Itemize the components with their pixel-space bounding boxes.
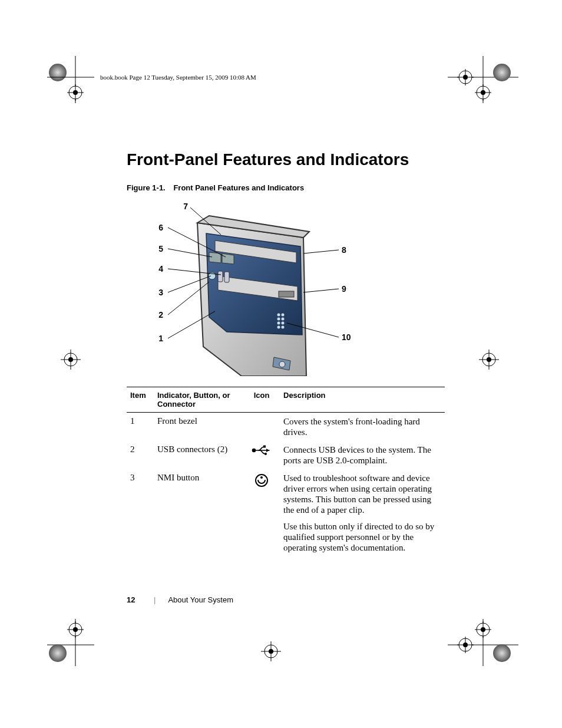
figure-illustration: 7 6 5 4 3 2 1 8 9 10 — [127, 199, 445, 376]
desc-para: Use this button only if directed to do s… — [283, 521, 440, 553]
svg-point-74 — [265, 453, 267, 455]
page-footer: 12 | About Your System — [127, 595, 233, 604]
table-row: 2 USB connectors (2) — [127, 441, 445, 469]
svg-point-56 — [277, 322, 280, 325]
cell-icon-none — [244, 413, 283, 442]
svg-point-52 — [277, 314, 280, 317]
svg-point-55 — [282, 318, 285, 321]
cell-indicator: Front bezel — [157, 413, 244, 442]
svg-rect-51 — [224, 272, 229, 282]
table-header-row: Item Indicator, Button, or Connector Ico… — [127, 387, 445, 413]
section-title: Front-Panel Features and Indicators — [127, 150, 445, 169]
svg-point-60 — [279, 361, 285, 367]
svg-point-76 — [260, 476, 263, 479]
desc-para: Connects USB devices to the system. The … — [283, 444, 440, 466]
usb-icon — [244, 441, 283, 469]
cell-item: 1 — [127, 413, 157, 442]
callout-8: 8 — [342, 245, 353, 255]
th-indicator: Indicator, Button, or Connector — [157, 387, 244, 413]
reg-mark-bottom-center — [259, 640, 283, 663]
cell-description: Covers the system's front-loading hard d… — [283, 413, 445, 442]
page: book.book Page 12 Tuesday, September 15,… — [0, 0, 562, 728]
reg-mark-mid-left — [59, 348, 82, 371]
svg-point-0 — [49, 64, 67, 81]
desc-para: Covers the system's front-loading hard d… — [283, 416, 440, 437]
print-header-slug: book.book Page 12 Tuesday, September 15,… — [100, 74, 256, 81]
cell-indicator: NMI button — [157, 469, 244, 556]
reg-mark-top-left — [47, 56, 94, 103]
nmi-icon — [244, 469, 283, 556]
cell-item: 2 — [127, 441, 157, 469]
figure-number: Figure 1-1. — [127, 183, 166, 192]
footer-section: About Your System — [168, 595, 233, 604]
svg-point-47 — [493, 644, 511, 662]
svg-point-17 — [493, 64, 511, 81]
svg-rect-73 — [263, 446, 266, 448]
svg-point-58 — [277, 326, 280, 329]
svg-rect-48 — [279, 291, 294, 297]
reg-mark-bottom-right — [448, 619, 518, 666]
svg-point-53 — [277, 318, 280, 321]
cell-indicator: USB connectors (2) — [157, 441, 244, 469]
figure-caption: Figure 1-1. Front Panel Features and Ind… — [127, 183, 445, 192]
cell-item: 3 — [127, 469, 157, 556]
page-number: 12 — [127, 595, 135, 604]
svg-point-57 — [282, 322, 285, 325]
callout-10: 10 — [342, 332, 353, 342]
svg-line-68 — [303, 250, 339, 253]
cell-description: Used to troubleshoot software and device… — [283, 469, 445, 556]
table-row: 3 NMI button Used to troubleshoot softwa… — [127, 469, 445, 556]
reg-mark-top-right — [448, 56, 518, 103]
callout-2: 2 — [151, 310, 163, 319]
features-table: Item Indicator, Button, or Connector Ico… — [127, 387, 445, 556]
callout-3: 3 — [151, 288, 163, 297]
svg-line-69 — [303, 289, 339, 292]
device-drawing — [127, 199, 445, 376]
svg-point-54 — [282, 314, 285, 317]
desc-para: Used to troubleshoot software and device… — [283, 473, 440, 515]
table-row: 1 Front bezel Covers the system's front-… — [127, 413, 445, 442]
callout-1: 1 — [151, 334, 163, 343]
callout-7: 7 — [176, 202, 188, 211]
callout-9: 9 — [342, 284, 353, 294]
svg-point-59 — [282, 326, 285, 329]
footer-separator: | — [154, 595, 156, 604]
th-description: Description — [283, 387, 445, 413]
cell-description: Connects USB devices to the system. The … — [283, 441, 445, 469]
svg-rect-50 — [218, 271, 223, 282]
figure-title: Front Panel Features and Indicators — [173, 183, 304, 192]
content-area: Front-Panel Features and Indicators Figu… — [127, 150, 445, 556]
callout-5: 5 — [151, 244, 163, 253]
th-item: Item — [127, 387, 157, 413]
callout-4: 4 — [151, 264, 163, 274]
reg-mark-bottom-left — [47, 619, 94, 666]
svg-point-32 — [49, 644, 67, 662]
callout-6: 6 — [151, 223, 163, 232]
th-icon: Icon — [244, 387, 283, 413]
reg-mark-mid-right — [477, 348, 501, 371]
